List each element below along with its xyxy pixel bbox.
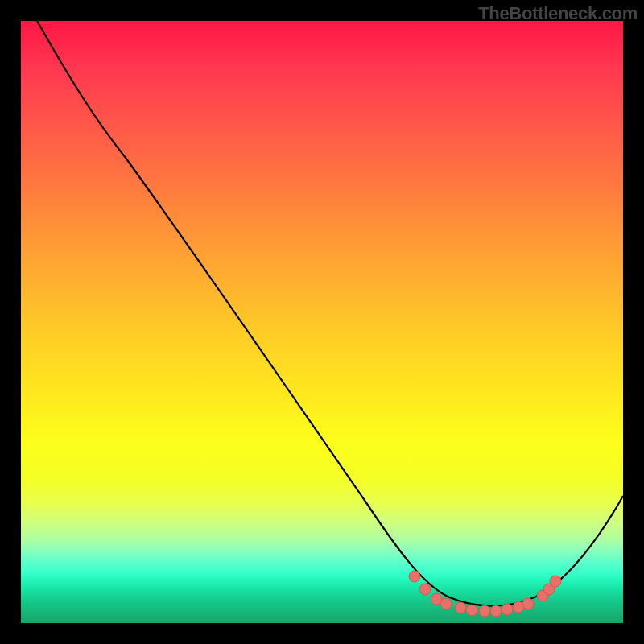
data-point-marker — [409, 571, 420, 582]
chart-plot-area — [21, 21, 623, 623]
watermark-text: TheBottleneck.com — [478, 3, 638, 24]
data-point-marker — [431, 593, 442, 605]
data-point-marker — [490, 605, 502, 617]
bottleneck-curve — [37, 21, 623, 606]
data-point-marker — [419, 584, 431, 595]
chart-overlay — [21, 21, 623, 623]
data-point-marker — [513, 601, 524, 613]
data-point-marker — [522, 598, 534, 609]
data-point-marker — [543, 584, 555, 595]
data-point-marker — [466, 605, 477, 616]
data-point-marker — [550, 576, 561, 587]
data-point-marker — [440, 598, 452, 609]
data-point-marker — [479, 605, 490, 617]
data-point-marker — [455, 602, 466, 613]
data-point-marker — [537, 590, 548, 601]
data-point-marker — [502, 604, 513, 615]
marker-group — [409, 571, 561, 617]
